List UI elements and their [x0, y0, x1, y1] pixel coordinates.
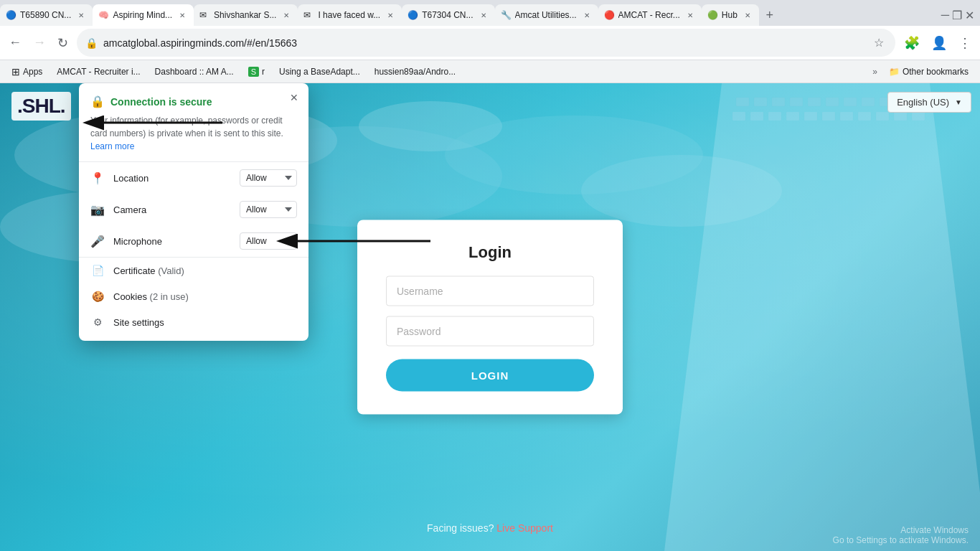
- address-input[interactable]: 🔒 amcatglobal.aspiringminds.com/#/en/156…: [77, 29, 895, 57]
- shl-logo-text: .SHL.: [17, 95, 65, 117]
- tab-close-t65890[interactable]: ✕: [75, 9, 87, 21]
- tab-close-t67304[interactable]: ✕: [478, 9, 489, 21]
- tab-title-t67304: T67304 CN...: [422, 10, 473, 20]
- svg-rect-20: [750, 112, 763, 121]
- bookmark-amcat-rec[interactable]: AMCAT - Recruiter i...: [51, 65, 146, 78]
- new-tab-button[interactable]: +: [759, 4, 781, 26]
- tab-title-shiv: Shivshankar S...: [214, 10, 276, 20]
- reload-button[interactable]: ↻: [55, 32, 71, 54]
- activate-windows-title: Activate Windows: [833, 525, 969, 535]
- permission-location-row: 📍 Location Allow Block Ask: [79, 162, 308, 194]
- menu-icon[interactable]: ⋮: [956, 32, 974, 54]
- language-selector[interactable]: English (US) ▼: [887, 92, 971, 113]
- popup-close-button[interactable]: ✕: [287, 90, 301, 105]
- maximize-button[interactable]: ❐: [952, 9, 962, 22]
- live-support-link[interactable]: Live Support: [496, 522, 553, 534]
- cookies-icon: 🍪: [90, 291, 105, 302]
- tab-close-faced[interactable]: ✕: [385, 9, 396, 21]
- bookmark-apps-label: Apps: [23, 67, 42, 77]
- lock-icon: 🔒: [85, 37, 98, 49]
- tab-hub[interactable]: 🟢 Hub ✕: [702, 4, 759, 26]
- cookies-count: (2 in use): [150, 291, 189, 302]
- camera-permission-select[interactable]: Allow Block Ask: [240, 201, 297, 218]
- building-graphic: [664, 83, 980, 551]
- tab-favicon-amcat-rec: 🔴: [604, 10, 614, 20]
- certificate-icon: 📄: [90, 265, 105, 276]
- tab-shiv[interactable]: ✉ Shivshankar S... ✕: [194, 4, 298, 26]
- security-popup: ✕ 🔒 Connection is secure Your informatio…: [79, 83, 308, 341]
- tab-t67304[interactable]: 🔵 T67304 CN... ✕: [402, 4, 494, 26]
- tab-title-amcat-util: Amcat Utilities...: [515, 10, 577, 20]
- microphone-permission-label: Microphone: [113, 236, 231, 247]
- location-permission-label: Location: [113, 173, 231, 184]
- tab-close-amcat-util[interactable]: ✕: [581, 9, 593, 21]
- tab-close-shiv[interactable]: ✕: [281, 9, 292, 21]
- login-button[interactable]: LOGIN: [386, 359, 594, 392]
- cookies-row[interactable]: 🍪 Cookies (2 in use): [79, 283, 308, 309]
- tab-favicon-faced: ✉: [303, 10, 314, 20]
- svg-rect-13: [826, 98, 839, 106]
- popup-desc-text: Your information (for example, passwords…: [90, 116, 283, 138]
- tab-amcat-util[interactable]: 🔧 Amcat Utilities... ✕: [495, 4, 598, 26]
- tab-close-aspiring[interactable]: ✕: [176, 9, 188, 21]
- tab-title-faced: I have faced w...: [318, 10, 380, 20]
- profile-icon[interactable]: 👤: [928, 32, 950, 54]
- svg-rect-14: [844, 98, 857, 106]
- bookmark-dashboard[interactable]: Dashboard :: AM A...: [149, 65, 240, 78]
- popup-description: Your information (for example, passwords…: [79, 114, 308, 161]
- tab-close-amcat-rec[interactable]: ✕: [684, 9, 696, 21]
- svg-rect-11: [790, 98, 803, 106]
- svg-rect-8: [736, 98, 749, 106]
- address-bar: ← → ↻ 🔒 amcatglobal.aspiringminds.com/#/…: [0, 26, 980, 60]
- svg-rect-24: [822, 112, 835, 121]
- close-window-button[interactable]: ✕: [965, 9, 974, 22]
- bookmark-other[interactable]: 📁 Other bookmarks: [883, 65, 974, 78]
- certificate-row[interactable]: 📄 Certificate (Valid): [79, 258, 308, 283]
- svg-rect-29: [912, 112, 925, 121]
- tab-aspiring[interactable]: 🧠 Aspiring Mind... ✕: [93, 4, 194, 26]
- bookmark-r-icon: S: [248, 67, 259, 77]
- forward-button[interactable]: →: [30, 32, 49, 53]
- tab-faced[interactable]: ✉ I have faced w... ✕: [298, 4, 402, 26]
- secure-lock-icon: 🔒: [90, 95, 105, 108]
- bookmark-baseadapt[interactable]: Using a BaseAdapt...: [273, 65, 366, 78]
- page-area: .SHL. English (US) ▼ Login LOGIN Facing …: [0, 83, 980, 551]
- bookmark-dashboard-label: Dashboard :: AM A...: [155, 67, 234, 77]
- bookmark-star-icon[interactable]: ☆: [871, 33, 887, 52]
- microphone-icon: 🎤: [90, 235, 105, 248]
- tab-t65890[interactable]: 🔵 T65890 CN... ✕: [0, 4, 93, 26]
- microphone-permission-select[interactable]: Allow Block Ask: [240, 232, 297, 250]
- bookmark-amcat-rec-label: AMCAT - Recruiter i...: [57, 67, 140, 77]
- svg-rect-22: [786, 112, 799, 121]
- back-button[interactable]: ←: [6, 32, 24, 53]
- facing-issues-text: Facing issues?: [427, 522, 494, 534]
- bookmark-baseadapt-label: Using a BaseAdapt...: [279, 67, 360, 77]
- login-card: Login LOGIN: [357, 220, 623, 415]
- bookmark-hussien[interactable]: hussien89aa/Andro...: [369, 65, 461, 78]
- site-settings-row[interactable]: ⚙ Site settings: [79, 309, 308, 335]
- permission-camera-row: 📷 Camera Allow Block Ask: [79, 194, 308, 225]
- password-field[interactable]: [386, 316, 594, 347]
- tab-title-aspiring: Aspiring Mind...: [113, 10, 172, 20]
- location-permission-select[interactable]: Allow Block Ask: [240, 169, 297, 187]
- location-icon: 📍: [90, 171, 105, 185]
- bookmark-apps[interactable]: ⊞ Apps: [6, 65, 48, 79]
- bookmarks-bar: ⊞ Apps AMCAT - Recruiter i... Dashboard …: [0, 60, 980, 83]
- svg-rect-25: [840, 112, 853, 121]
- tab-amcat-rec[interactable]: 🔴 AMCAT - Recr... ✕: [598, 4, 702, 26]
- chevron-down-icon: ▼: [955, 98, 962, 106]
- cookies-label: Cookies (2 in use): [113, 291, 189, 302]
- tab-bar: 🔵 T65890 CN... ✕ 🧠 Aspiring Mind... ✕ ✉ …: [0, 0, 980, 26]
- tab-favicon-t65890: 🔵: [6, 10, 16, 20]
- bookmark-hussien-label: hussien89aa/Andro...: [374, 67, 456, 77]
- minimize-button[interactable]: ─: [941, 9, 949, 22]
- tab-favicon-t67304: 🔵: [407, 10, 418, 20]
- popup-secure-label: Connection is secure: [110, 96, 212, 108]
- extensions-icon[interactable]: 🧩: [901, 32, 923, 54]
- username-field[interactable]: [386, 276, 594, 306]
- popup-learn-more-link[interactable]: Learn more: [90, 141, 134, 151]
- permission-microphone-row: 🎤 Microphone Allow Block Ask: [79, 225, 308, 257]
- bookmark-r[interactable]: S r: [242, 65, 270, 78]
- bookmarks-more[interactable]: »: [872, 67, 877, 77]
- tab-close-hub[interactable]: ✕: [742, 9, 753, 21]
